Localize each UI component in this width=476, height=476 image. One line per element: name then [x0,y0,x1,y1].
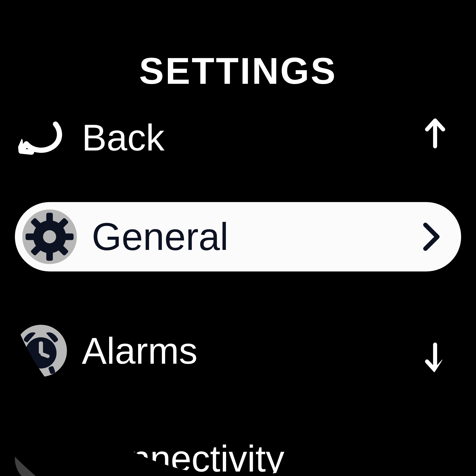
chevron-right-icon [421,222,441,252]
menu-item-label: General [92,215,228,259]
back-arrow-icon [15,112,67,164]
svg-rect-3 [64,234,74,240]
scroll-down-arrow-icon[interactable] [421,342,449,374]
connectivity-icon [15,433,67,476]
page-title: SETTINGS [0,50,476,92]
menu-item-back[interactable]: Back [15,109,461,166]
scroll-up-arrow-icon[interactable] [421,117,449,149]
menu-item-label: Back [82,116,164,159]
svg-rect-0 [46,213,53,223]
alarm-clock-icon [15,325,67,377]
svg-rect-1 [46,251,53,261]
gear-icon [22,209,77,264]
svg-rect-12 [48,366,56,374]
menu-item-label: Alarms [82,329,198,372]
svg-rect-2 [26,234,35,240]
menu-item-connectivity[interactable]: Connectivity [15,434,461,476]
watch-face: SETTINGS Back [0,0,476,476]
svg-rect-9 [39,341,43,354]
svg-rect-11 [26,366,34,374]
svg-point-13 [25,443,57,474]
menu-item-label: Connectivity [82,437,284,476]
menu-item-alarms[interactable]: Alarms [15,322,461,379]
menu-item-general[interactable]: General [15,202,461,271]
